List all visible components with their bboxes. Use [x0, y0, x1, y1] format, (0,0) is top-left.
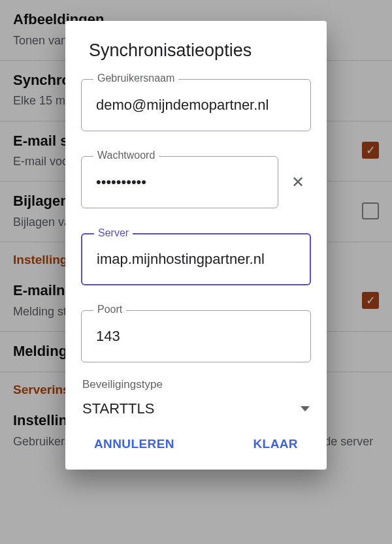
- username-label: Gebruikersnaam: [93, 72, 178, 84]
- password-label: Wachtwoord: [93, 150, 159, 161]
- chevron-down-icon: [301, 406, 310, 411]
- password-field-wrap[interactable]: Wachtwoord: [81, 156, 278, 208]
- username-input[interactable]: [96, 97, 296, 114]
- port-input[interactable]: [96, 328, 296, 345]
- dialog-title: Synchronisatieopties: [89, 40, 311, 61]
- dialog-actions: ANNULEREN KLAAR: [81, 432, 311, 458]
- security-type-label: Beveiligingstype: [82, 378, 311, 391]
- server-label: Server: [94, 227, 133, 239]
- done-button[interactable]: KLAAR: [253, 437, 299, 451]
- port-field-wrap[interactable]: Poort: [81, 310, 311, 362]
- password-input[interactable]: [96, 174, 263, 191]
- security-type-value: STARTTLS: [82, 400, 154, 417]
- close-icon: ✕: [291, 173, 304, 191]
- server-input[interactable]: [97, 251, 295, 268]
- cancel-button[interactable]: ANNULEREN: [94, 437, 174, 451]
- clear-password-button[interactable]: ✕: [285, 169, 311, 195]
- port-label: Poort: [93, 304, 126, 315]
- username-field-wrap[interactable]: Gebruikersnaam: [81, 79, 311, 131]
- security-type-select[interactable]: STARTTLS: [81, 396, 311, 432]
- server-field-wrap[interactable]: Server: [81, 233, 311, 285]
- sync-options-dialog: Synchronisatieopties Gebruikersnaam Wach…: [65, 21, 327, 470]
